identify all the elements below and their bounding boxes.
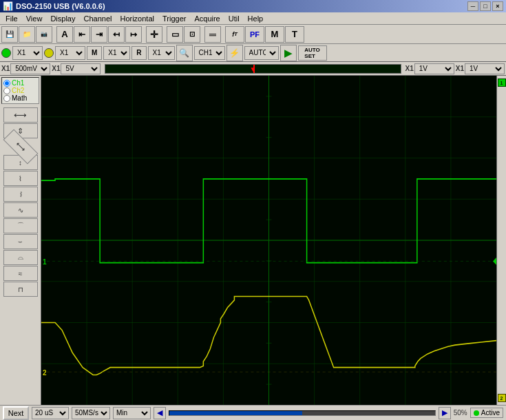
scroll-right-button[interactable]: ▶ [439, 407, 451, 419]
ch2-led [44, 48, 54, 58]
mode-select[interactable]: MinNormalPeak [113, 407, 151, 419]
menu-file[interactable]: File [1, 14, 22, 23]
trigger-ch-select[interactable]: CH1CH2 [194, 46, 225, 60]
open-button[interactable]: 📁 [19, 26, 35, 43]
main-area: Ch1 Ch2 Math ⟷ ⇕ ⟷ ↕ ⌇ ⌇ ∿ ⌒ ⌣ ⌓ ≈ ⊓ [0, 76, 506, 405]
window-title: DSO-2150 USB (V6.0.0.6) [16, 2, 467, 10]
screenshot-button[interactable]: 📷 [36, 26, 52, 43]
bottom-toolbar: Next 20 uS10 uS50 uS100 uS 50MS/s25MS/s1… [0, 405, 506, 420]
freq-button[interactable]: fT [225, 26, 244, 43]
ch1-radio-label: Ch1 [12, 79, 24, 87]
scale-bar: X1 500mV100mV200mV1V2V X1 5V1V2V500mV ▼ … [0, 62, 506, 76]
cursor1-button[interactable]: ⇤ [74, 26, 90, 43]
measure-btn-8[interactable]: ⌒ [3, 218, 38, 233]
trigger-button[interactable]: ⚡ [226, 45, 243, 61]
ch1-led [1, 48, 11, 58]
math-zoom-select[interactable]: X1 [103, 46, 130, 60]
menu-channel[interactable]: Channel [79, 14, 116, 23]
save-button[interactable]: 💾 [1, 26, 18, 43]
time-div-select[interactable]: 20 uS10 uS50 uS100 uS [32, 407, 69, 419]
cursor2-button[interactable]: ⇥ [91, 26, 107, 43]
ch1-right-indicator: 1 [498, 78, 506, 87]
menu-display[interactable]: Display [46, 14, 79, 23]
crosshair-button[interactable]: ✛ [146, 26, 162, 43]
title-bar: 📊 DSO-2150 USB (V6.0.0.6) ─ □ × [0, 0, 506, 12]
ch2-radio[interactable] [3, 87, 10, 94]
ch2-zoom-select[interactable]: X1X2X5X10 [55, 46, 85, 60]
auto-set-button[interactable]: AUTOSET [298, 45, 327, 61]
math-radio-label: Math [12, 94, 27, 102]
ref-zoom-select[interactable]: X1 [148, 46, 175, 60]
pf-button[interactable]: PF [245, 26, 264, 43]
ch2-scale-select[interactable]: 5V1V2V500mV [61, 63, 101, 74]
ch2-ground-marker: 2 [43, 368, 47, 376]
right-panel: 1 2 [496, 76, 506, 405]
box-button[interactable]: ▭ [167, 26, 183, 43]
measure-btn-12[interactable]: ⊓ [3, 282, 38, 297]
t-button[interactable]: T [285, 26, 304, 43]
scale-x1d-label: X1 [456, 65, 464, 72]
menu-util[interactable]: Util [224, 14, 244, 23]
left-panel: Ch1 Ch2 Math ⟷ ⇕ ⟷ ↕ ⌇ ⌇ ∿ ⌒ ⌣ ⌓ ≈ ⊓ [0, 76, 41, 405]
sample-rate-select[interactable]: 50MS/s25MS/s10MS/s [72, 407, 110, 419]
ref-button[interactable]: R [131, 46, 146, 60]
measure-btn-1[interactable]: ⟷ [3, 107, 38, 123]
scale-x1c-label: X1 [405, 65, 414, 72]
ch1-scale-select[interactable]: 500mV100mV200mV1V2V [10, 63, 50, 74]
status-badge: Active [470, 408, 503, 418]
ch1-radio[interactable] [3, 80, 10, 87]
toolbar: 💾 📁 📷 A ⇤ ⇥ ↤ ↦ ✛ ▭ ⊡ ═ fT PF M T [0, 25, 506, 44]
scale-x1a-label: X1 [1, 65, 10, 72]
ch1-ground-marker: 1 [43, 258, 47, 265]
measure-btn-9[interactable]: ⌣ [3, 234, 38, 249]
measure-btn-5[interactable]: ⌇ [3, 171, 38, 186]
channel-radio-group: Ch1 Ch2 Math [1, 77, 39, 104]
ch1-zoom-select[interactable]: X1X2X5X10 [12, 46, 43, 60]
measure-btn-10[interactable]: ⌓ [3, 250, 38, 265]
active-dot [474, 410, 479, 416]
minimize-button[interactable]: ─ [467, 1, 478, 11]
measure-btn-6[interactable]: ⌇ [3, 187, 38, 202]
trigger-marker: ▼ [250, 65, 257, 72]
search-button[interactable]: 🔍 [176, 45, 193, 61]
maximize-button[interactable]: □ [480, 1, 491, 11]
menu-view[interactable]: View [22, 14, 47, 23]
measure-btn-7[interactable]: ∿ [3, 202, 38, 218]
ch2-right-indicator: 2 [498, 394, 506, 402]
menu-horizontal[interactable]: Horizontal [116, 14, 158, 23]
close-button[interactable]: × [492, 1, 503, 11]
math-radio[interactable] [3, 95, 10, 102]
menu-acquire[interactable]: Acquire [190, 14, 224, 23]
math-button[interactable]: M [87, 46, 102, 60]
dash-button[interactable]: ═ [204, 26, 221, 43]
run-button[interactable]: ▶ [280, 45, 297, 61]
trigger-mode-select[interactable]: AUTONORMALSINGLE [244, 46, 279, 60]
cursor4-button[interactable]: ↦ [125, 26, 142, 43]
menu-trigger[interactable]: Trigger [158, 14, 190, 23]
ch2-radio-label: Ch2 [12, 87, 24, 94]
cursor-a-button[interactable]: A [56, 26, 73, 43]
menu-help[interactable]: Help [244, 14, 268, 23]
active-label: Active [481, 409, 500, 417]
ch-toolbar: X1X2X5X10 X1X2X5X10 M X1 R X1 🔍 CH1CH2 ⚡… [0, 44, 506, 62]
zoom-box-button[interactable]: ⊡ [184, 26, 200, 43]
scope-screen: 1 2 [41, 76, 496, 405]
scroll-indicator [169, 411, 302, 415]
ch3-scale-select[interactable]: 1V500mV2V [414, 63, 454, 74]
scope-grid: 1 2 [41, 76, 496, 405]
menu-bar: File View Display Channel Horizontal Tri… [0, 12, 506, 25]
cursor3-button[interactable]: ↤ [108, 26, 125, 43]
measure-btn-11[interactable]: ≈ [3, 266, 38, 281]
scroll-left-button[interactable]: ◀ [154, 407, 166, 419]
ch4-scale-select[interactable]: 1V500mV2V [465, 63, 505, 74]
position-percent: 50% [454, 409, 467, 417]
m-button[interactable]: M [265, 26, 284, 43]
next-button[interactable]: Next [3, 406, 29, 420]
scale-x1b-label: X1 [52, 65, 60, 72]
